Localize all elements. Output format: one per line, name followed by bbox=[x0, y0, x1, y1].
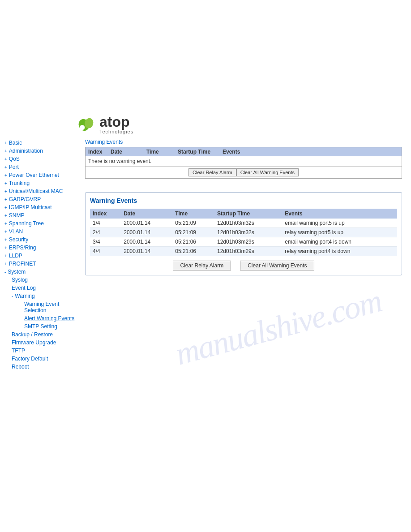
sidebar-item-qos[interactable]: + QoS bbox=[4, 155, 76, 163]
sidebar-label-eventlog: Event Log bbox=[12, 285, 36, 291]
top-clear-all-button[interactable]: Clear All Warning Events bbox=[236, 168, 299, 176]
sidebar-label-unicast: Unicast/Multicast MAC bbox=[9, 188, 63, 194]
col-header-time: Time bbox=[146, 149, 178, 155]
top-table-body: There is no warning event. bbox=[86, 156, 402, 166]
events-col-time: Time bbox=[172, 209, 214, 219]
table-row: 3/42000.01.1405:21:0612d01h03m29semail w… bbox=[90, 237, 397, 247]
events-col-startup: Startup Time bbox=[214, 209, 282, 219]
sidebar-item-reboot[interactable]: Reboot bbox=[12, 363, 76, 371]
sidebar-label-syslog: Syslog bbox=[12, 277, 28, 283]
sidebar-item-backup-restore[interactable]: Backup / Restore bbox=[12, 330, 76, 339]
sidebar-item-port[interactable]: + Port bbox=[4, 163, 76, 171]
events-col-events: Events bbox=[282, 209, 397, 219]
sidebar-label-lldp: LLDP bbox=[9, 253, 22, 259]
sidebar-label-spanning-tree: Spanning Tree bbox=[9, 220, 44, 227]
bottom-footer: Clear Relay Alarm Clear All Warning Even… bbox=[90, 261, 397, 270]
col-header-index: Index bbox=[88, 149, 111, 155]
events-col-date: Date bbox=[121, 209, 172, 219]
sidebar-label-system: System bbox=[8, 269, 26, 275]
sidebar-item-eventlog[interactable]: Event Log bbox=[12, 284, 76, 292]
sidebar-item-poe[interactable]: + Power Over Ethernet bbox=[4, 171, 76, 179]
sidebar-label-smtp-setting: SMTP Setting bbox=[24, 323, 57, 330]
sidebar-label-trunking: Trunking bbox=[9, 180, 30, 186]
logo-icon bbox=[76, 116, 98, 133]
sidebar-item-basic[interactable]: + Basic bbox=[4, 139, 76, 147]
no-event-text: There is no warning event. bbox=[88, 158, 151, 164]
events-table-header-row: Index Date Time Startup Time Events bbox=[90, 209, 397, 219]
sidebar-item-security[interactable]: + Security bbox=[4, 236, 76, 244]
sidebar-label-factory-default: Factory Default bbox=[12, 356, 48, 362]
top-warning-table: Index Date Time Startup Time Events Ther… bbox=[85, 147, 402, 179]
cell-index: 4/4 bbox=[90, 247, 121, 256]
sidebar-label-security: Security bbox=[9, 236, 28, 243]
sidebar-label-garp: GARP/GVRP bbox=[9, 196, 41, 202]
top-warning-panel: Warning Events Index Date Time Startup T… bbox=[85, 139, 402, 179]
sidebar-label-qos: QoS bbox=[9, 156, 20, 162]
sidebar-item-tftp[interactable]: TFTP bbox=[12, 347, 76, 355]
cell-startup: 12d01h03m32s bbox=[214, 228, 282, 237]
cell-startup: 12d01h03m29s bbox=[214, 237, 282, 247]
cell-index: 2/4 bbox=[90, 228, 121, 237]
cell-time: 05:21:06 bbox=[172, 247, 214, 256]
sidebar-item-vlan[interactable]: + VLAN bbox=[4, 227, 76, 236]
sidebar-item-syslog[interactable]: Syslog bbox=[12, 276, 76, 284]
cell-date: 2000.01.14 bbox=[121, 219, 172, 228]
sidebar-item-igmp[interactable]: + IGMP/IP Multicast bbox=[4, 203, 76, 211]
bullet-basic: + bbox=[4, 141, 7, 146]
sidebar-item-profinet[interactable]: + PROFINET bbox=[4, 260, 76, 268]
cell-events: relay warning port4 is down bbox=[282, 247, 397, 256]
sidebar-item-factory-default[interactable]: Factory Default bbox=[12, 355, 76, 363]
sidebar-label-tftp: TFTP bbox=[12, 348, 25, 354]
svg-point-2 bbox=[80, 125, 85, 130]
sidebar-item-trunking[interactable]: + Trunking bbox=[4, 179, 76, 187]
sidebar-label-administration: Administration bbox=[9, 148, 43, 154]
col-header-startup: Startup Time bbox=[178, 149, 223, 155]
cell-events: relay warning port5 is up bbox=[282, 228, 397, 237]
cell-startup: 12d01h03m32s bbox=[214, 219, 282, 228]
cell-date: 2000.01.14 bbox=[121, 237, 172, 247]
sidebar-label-poe: Power Over Ethernet bbox=[9, 172, 59, 178]
sidebar-label-reboot: Reboot bbox=[12, 364, 29, 370]
sidebar-label-profinet: PROFINET bbox=[9, 261, 36, 267]
sidebar-item-snmp[interactable]: + SNMP bbox=[4, 211, 76, 219]
sidebar-label-basic: Basic bbox=[9, 140, 22, 146]
cell-time: 05:21:09 bbox=[172, 228, 214, 237]
sidebar-label-igmp: IGMP/IP Multicast bbox=[9, 204, 52, 210]
sidebar-item-lldp[interactable]: + LLDP bbox=[4, 252, 76, 260]
table-row: 2/42000.01.1405:21:0912d01h03m32srelay w… bbox=[90, 228, 397, 237]
cell-index: 3/4 bbox=[90, 237, 121, 247]
sidebar-item-warning-event-selection[interactable]: Warning Event Selection bbox=[24, 300, 76, 314]
bottom-clear-all-button[interactable]: Clear All Warning Events bbox=[240, 261, 314, 270]
cell-time: 05:21:06 bbox=[172, 237, 214, 247]
top-clear-relay-button[interactable]: Clear Relay Alarm bbox=[188, 168, 236, 176]
col-header-events: Events bbox=[223, 149, 399, 155]
sidebar-label-vlan: VLAN bbox=[9, 228, 23, 235]
sidebar-item-alert-warning-events[interactable]: Alert Warning Events bbox=[24, 314, 76, 322]
sidebar-item-smtp-setting[interactable]: SMTP Setting bbox=[24, 322, 76, 330]
sidebar-item-spanning-tree[interactable]: + Spanning Tree bbox=[4, 219, 76, 227]
sidebar-item-administration[interactable]: + Administration bbox=[4, 147, 76, 155]
logo-tech-text: Technologies bbox=[99, 129, 133, 134]
sidebar-label-warning-event-selection: Warning Event Selection bbox=[24, 301, 76, 313]
col-header-date: Date bbox=[111, 149, 146, 155]
sidebar-item-erps[interactable]: + ERPS/Ring bbox=[4, 244, 76, 252]
sidebar-item-unicast[interactable]: + Unicast/Multicast MAC bbox=[4, 187, 76, 195]
sidebar-label-alert-warning-events: Alert Warning Events bbox=[24, 315, 74, 322]
sidebar-item-garp[interactable]: + GARP/GVRP bbox=[4, 195, 76, 203]
sidebar: + Basic + Administration + QoS + Port + … bbox=[0, 139, 76, 523]
top-panel-title: Warning Events bbox=[85, 139, 402, 145]
sidebar-item-system[interactable]: - System bbox=[4, 268, 76, 276]
cell-index: 1/4 bbox=[90, 219, 121, 228]
sidebar-item-firmware-upgrade[interactable]: Firmware Upgrade bbox=[12, 339, 76, 347]
events-table: Index Date Time Startup Time Events 1/42… bbox=[90, 209, 397, 256]
cell-date: 2000.01.14 bbox=[121, 247, 172, 256]
sidebar-label-firmware-upgrade: Firmware Upgrade bbox=[12, 339, 56, 346]
bottom-clear-relay-button[interactable]: Clear Relay Alarm bbox=[173, 261, 231, 270]
cell-startup: 12d01h03m29s bbox=[214, 247, 282, 256]
sidebar-item-warning[interactable]: - Warning bbox=[12, 292, 76, 300]
sidebar-label-erps: ERPS/Ring bbox=[9, 245, 36, 251]
logo-atop-text: atop bbox=[99, 115, 133, 129]
top-table-footer: Clear Relay AlarmClear All Warning Event… bbox=[86, 166, 402, 178]
cell-time: 05:21:09 bbox=[172, 219, 214, 228]
table-row: 4/42000.01.1405:21:0612d01h03m29srelay w… bbox=[90, 247, 397, 256]
